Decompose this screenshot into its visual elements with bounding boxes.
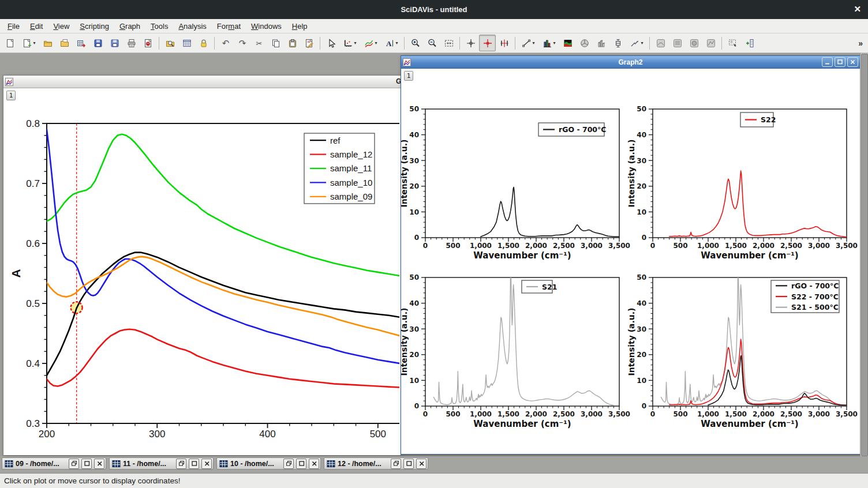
minimized-table-tab[interactable]: 10 - /home/... (216, 457, 321, 470)
dropdown-caret-icon[interactable]: ▾ (395, 40, 398, 46)
dropdown-caret-icon[interactable]: ▾ (33, 40, 35, 46)
data-reader-button[interactable] (479, 35, 496, 51)
toolbar-overflow-button[interactable]: » (858, 39, 863, 48)
save-template-button[interactable] (106, 35, 123, 51)
pointer-button[interactable] (323, 35, 339, 51)
surface-3d-3-icon (689, 38, 699, 48)
graph1-layer-button[interactable]: 1 (6, 91, 16, 100)
select-range-button[interactable] (496, 35, 512, 51)
svg-text:50: 50 (637, 105, 646, 113)
draw-line-button[interactable]: ▾ (518, 35, 538, 51)
undo-button[interactable]: ↶ (217, 35, 234, 51)
tab-restore-button[interactable] (283, 459, 294, 469)
new-project-button[interactable] (2, 35, 18, 51)
menu-scripting[interactable]: Scripting (74, 20, 114, 32)
export-pdf-button[interactable] (140, 35, 156, 51)
redo-button[interactable]: ↷ (234, 35, 250, 51)
tab-restore-button[interactable] (391, 459, 401, 469)
svg-text:1,000: 1,000 (470, 242, 492, 250)
uvvis-chart[interactable]: 2003004005000.30.40.50.60.70.8Arefsample… (3, 88, 399, 455)
plot-box-button[interactable] (609, 35, 626, 51)
tab-close-button[interactable] (94, 459, 104, 469)
plot-bars-button[interactable]: ▾ (538, 35, 559, 51)
tab-close-button[interactable] (416, 459, 426, 469)
graph2-minimize-button[interactable] (822, 57, 833, 67)
lock-button[interactable] (195, 35, 212, 51)
surface-3d-4-button[interactable] (702, 35, 719, 51)
plot-3d-bars-button[interactable] (593, 35, 609, 51)
scrollbar-thumb[interactable] (861, 54, 868, 456)
graph2-close-button[interactable] (847, 57, 858, 67)
add-curve-button[interactable]: ▾ (360, 35, 381, 51)
dropdown-caret-icon[interactable]: ▾ (641, 40, 643, 46)
open-project-button[interactable] (39, 35, 56, 51)
menu-format[interactable]: Format (212, 20, 246, 32)
graph1-window[interactable]: Graph1 2003004005000.30.40.50.60.70.8Are… (3, 75, 401, 456)
rescale-button[interactable] (440, 35, 457, 51)
tab-maximize-button[interactable] (81, 459, 92, 469)
menu-tools[interactable]: Tools (145, 20, 173, 32)
surface-3d-1-button[interactable] (652, 35, 669, 51)
menu-analysis[interactable]: Analysis (173, 20, 211, 32)
find-button[interactable] (162, 35, 178, 51)
svg-text:Wavenumber (cm⁻¹): Wavenumber (cm⁻¹) (701, 419, 798, 429)
menu-view[interactable]: View (48, 20, 74, 32)
tab-restore-button[interactable] (176, 459, 186, 469)
graph1-titlebar[interactable]: Graph1 (3, 76, 401, 88)
tab-maximize-button[interactable] (189, 459, 199, 469)
cut-button[interactable]: ✂ (250, 35, 267, 51)
svg-text:Wavenumber (cm⁻¹): Wavenumber (cm⁻¹) (701, 250, 798, 261)
add-column-button[interactable] (741, 35, 758, 51)
tab-close-button[interactable] (309, 459, 319, 469)
add-layer-button[interactable]: ▾ (339, 35, 360, 51)
raman-charts[interactable]: 05001,0001,5002,0002,5003,0003,500010203… (401, 69, 859, 453)
tab-restore-button[interactable] (69, 459, 79, 469)
dropdown-caret-icon[interactable]: ▾ (354, 40, 356, 46)
app-titlebar[interactable]: SciDAVis - untitled ✕ (0, 0, 868, 19)
app-close-icon[interactable]: ✕ (854, 4, 861, 14)
screen-reader-button[interactable] (462, 35, 479, 51)
dropdown-caret-icon[interactable]: ▾ (553, 40, 555, 46)
plot-pie-button[interactable] (576, 35, 593, 51)
open-template-button[interactable] (56, 35, 73, 51)
svg-text:S21 - 500°C: S21 - 500°C (791, 303, 839, 311)
surface-3d-3-button[interactable] (686, 35, 702, 51)
dropdown-caret-icon[interactable]: ▾ (532, 40, 534, 46)
import-ascii-button[interactable] (73, 35, 89, 51)
graph2-maximize-button[interactable] (835, 57, 845, 67)
surface-3d-2-button[interactable] (669, 35, 686, 51)
print-button[interactable] (123, 35, 140, 51)
plot-legend: S22 (740, 112, 776, 127)
menu-windows[interactable]: Windows (246, 20, 287, 32)
save-project-button[interactable] (89, 35, 106, 51)
workspace-scrollbar[interactable] (860, 53, 868, 456)
graph2-canvas[interactable]: 05001,0001,5002,0002,5003,0003,500010203… (401, 69, 860, 453)
tab-maximize-button[interactable] (296, 459, 306, 469)
new-aspect-button[interactable]: +▾ (18, 35, 39, 51)
zoom-out-button[interactable] (424, 35, 440, 51)
annotate-button[interactable] (301, 35, 317, 51)
surface-3d-2-icon (672, 38, 683, 48)
minimized-table-tab[interactable]: 09 - /home/... (2, 457, 106, 470)
add-text-button[interactable]: A▾ (381, 35, 402, 51)
menu-graph[interactable]: Graph (114, 20, 145, 32)
menu-file[interactable]: File (2, 20, 25, 32)
graph2-window[interactable]: Graph2 05001,0001,5002,0002,5003,0003,50… (401, 55, 860, 455)
minimized-table-tab[interactable]: 12 - /home/... (324, 457, 428, 470)
graph1-canvas[interactable]: 2003004005000.30.40.50.60.70.8Arefsample… (3, 88, 401, 455)
copy-button[interactable] (267, 35, 284, 51)
menu-help[interactable]: Help (287, 20, 313, 32)
plot-area-button[interactable] (559, 35, 576, 51)
graph2-titlebar[interactable]: Graph2 (401, 56, 860, 69)
tab-maximize-button[interactable] (403, 459, 414, 469)
tab-close-button[interactable] (201, 459, 212, 469)
minimized-table-tab[interactable]: 11 - /home/... (109, 457, 214, 470)
graph2-layer-button[interactable]: 1 (404, 71, 413, 81)
paste-button[interactable] (284, 35, 301, 51)
dropdown-caret-icon[interactable]: ▾ (375, 40, 377, 46)
zoom-in-button[interactable] (407, 35, 424, 51)
preferences-button[interactable] (178, 35, 195, 51)
select-data-button[interactable] (724, 35, 741, 51)
plot-vectors-button[interactable]: ▾ (626, 35, 647, 51)
menu-edit[interactable]: Edit (25, 20, 48, 32)
